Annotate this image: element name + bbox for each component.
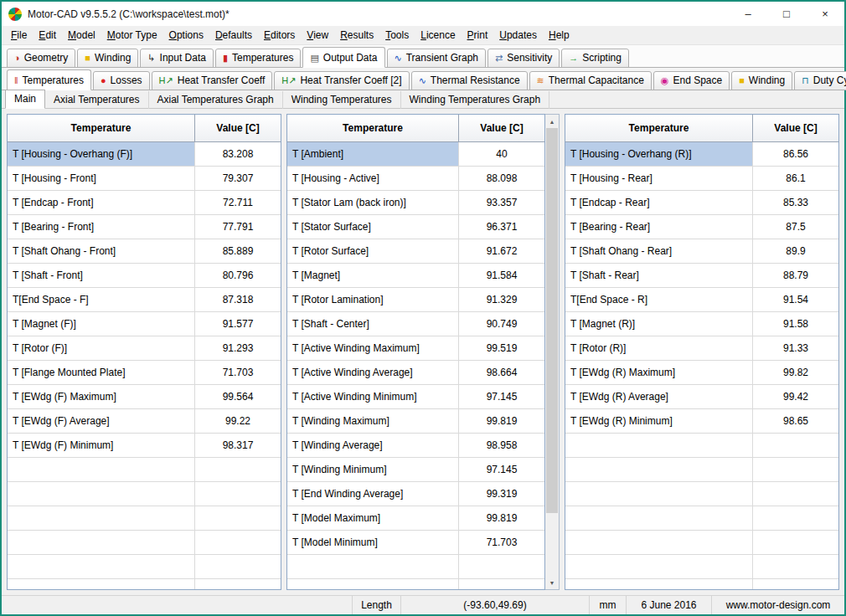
table-row[interactable]: T [EWdg (F) Maximum]99.564 xyxy=(8,385,281,409)
temperature-name-cell[interactable] xyxy=(565,482,753,506)
menu-motor-type[interactable]: Motor Type xyxy=(101,27,163,44)
temperature-name-cell[interactable]: T[End Space - F] xyxy=(8,288,195,311)
tab-transient-graph[interactable]: ∿Transient Graph xyxy=(387,49,486,68)
table-row[interactable]: T [Shaft - Front]80.796 xyxy=(8,264,281,288)
temperature-name-cell[interactable]: T [EWdg (F) Minimum] xyxy=(8,434,195,457)
temperature-name-cell[interactable]: T [Winding Maximum] xyxy=(287,409,459,433)
temperature-value-cell[interactable]: 91.584 xyxy=(459,264,544,287)
temperature-name-cell[interactable]: T [Shaft Ohang - Front] xyxy=(8,239,195,263)
table-row[interactable] xyxy=(8,579,281,589)
temperature-name-cell[interactable]: T [Rotor (R)] xyxy=(565,336,753,360)
temperature-value-cell[interactable] xyxy=(753,506,838,530)
temperature-name-cell[interactable]: T [Rotor Surface] xyxy=(287,239,459,263)
temperature-value-cell[interactable]: 98.958 xyxy=(459,434,544,457)
temperature-name-cell[interactable] xyxy=(8,458,195,481)
temperature-name-cell[interactable]: T [EWdg (F) Average] xyxy=(8,409,195,433)
menu-help[interactable]: Help xyxy=(543,27,575,44)
table-row[interactable] xyxy=(8,482,281,506)
temperature-name-cell[interactable]: T [Rotor Lamination] xyxy=(287,288,459,311)
temperature-value-cell[interactable]: 77.791 xyxy=(195,215,281,239)
viewtab-main[interactable]: Main xyxy=(5,90,45,109)
temperature-value-cell[interactable] xyxy=(195,579,281,589)
temperature-value-cell[interactable] xyxy=(195,531,281,554)
subtab-thermal-resistance[interactable]: ∿Thermal Resistance xyxy=(411,71,528,90)
temperature-value-cell[interactable]: 91.33 xyxy=(753,336,838,360)
menu-defaults[interactable]: Defaults xyxy=(209,27,258,44)
tab-input-data[interactable]: ↳Input Data xyxy=(140,49,214,68)
table-row[interactable]: T [Shaft - Center]90.749 xyxy=(287,312,544,336)
table-row[interactable]: T [Active Winding Minimum]97.145 xyxy=(287,385,544,409)
table-row[interactable]: T [Rotor (R)]91.33 xyxy=(565,336,838,361)
temperature-name-cell[interactable]: T [Magnet (R)] xyxy=(565,312,753,336)
temperature-name-cell[interactable]: T [Active Winding Maximum] xyxy=(287,336,459,360)
temperature-name-cell[interactable]: T [Housing - Rear] xyxy=(565,167,753,190)
table-row[interactable] xyxy=(287,579,544,589)
temperature-value-cell[interactable]: 96.371 xyxy=(459,215,544,239)
table-row[interactable]: T [Shaft Ohang - Front]85.889 xyxy=(8,239,281,264)
temperature-value-cell[interactable]: 86.56 xyxy=(753,142,838,166)
temperature-value-cell[interactable]: 80.796 xyxy=(195,264,281,287)
temperature-value-cell[interactable] xyxy=(195,506,281,530)
temperature-value-cell[interactable]: 83.208 xyxy=(195,142,281,166)
temperature-name-cell[interactable]: T [Winding Minimum] xyxy=(287,458,459,481)
table-row[interactable]: T [Winding Average]98.958 xyxy=(287,434,544,458)
temperature-name-cell[interactable]: T [Shaft - Front] xyxy=(8,264,195,287)
temperature-value-cell[interactable]: 98.664 xyxy=(459,361,544,384)
temperature-name-cell[interactable]: T [Active Winding Average] xyxy=(287,361,459,384)
temperature-value-cell[interactable]: 88.098 xyxy=(459,167,544,190)
table-row[interactable] xyxy=(565,434,838,458)
temperature-value-cell[interactable]: 93.357 xyxy=(459,191,544,214)
table-row[interactable] xyxy=(8,458,281,482)
scroll-up-button[interactable]: ▲ xyxy=(545,115,559,128)
temperature-value-cell[interactable]: 85.33 xyxy=(753,191,838,214)
temperature-name-cell[interactable] xyxy=(565,579,753,589)
table-row[interactable]: T [EWdg (F) Minimum]98.317 xyxy=(8,434,281,458)
temperature-name-cell[interactable] xyxy=(565,506,753,530)
temperature-name-cell[interactable] xyxy=(565,434,753,457)
table-row[interactable]: T [Winding Maximum]99.819 xyxy=(287,409,544,434)
temperature-name-cell[interactable]: T [Endcap - Front] xyxy=(8,191,195,214)
table-row[interactable]: T [Endcap - Rear]85.33 xyxy=(565,191,838,215)
table-row[interactable] xyxy=(565,482,838,506)
maximize-button[interactable]: □ xyxy=(767,2,806,26)
temperature-value-cell[interactable]: 71.703 xyxy=(195,361,281,384)
temperature-name-cell[interactable]: T [EWdg (R) Average] xyxy=(565,385,753,408)
temperature-value-cell[interactable]: 91.58 xyxy=(753,312,838,336)
temperature-value-cell[interactable] xyxy=(753,531,838,554)
temperature-name-cell[interactable] xyxy=(287,579,459,589)
table-row[interactable]: T [Rotor (F)]91.293 xyxy=(8,336,281,361)
temperature-value-cell[interactable] xyxy=(753,434,838,457)
temperature-value-cell[interactable]: 97.145 xyxy=(459,458,544,481)
table-row[interactable]: T [Stator Lam (back iron)]93.357 xyxy=(287,191,544,215)
table-row[interactable] xyxy=(8,531,281,555)
temperature-value-cell[interactable]: 98.65 xyxy=(753,409,838,433)
temperature-name-cell[interactable]: T [EWdg (R) Minimum] xyxy=(565,409,753,433)
temperature-value-cell[interactable]: 91.577 xyxy=(195,312,281,336)
table-row[interactable]: T [Magnet]91.584 xyxy=(287,264,544,288)
table-row[interactable]: T [EWdg (R) Maximum]99.82 xyxy=(565,361,838,385)
table-row[interactable]: T [EWdg (R) Minimum]98.65 xyxy=(565,409,838,434)
menu-results[interactable]: Results xyxy=(334,27,379,44)
menu-updates[interactable]: Updates xyxy=(493,27,543,44)
temperature-value-cell[interactable]: 91.293 xyxy=(195,336,281,360)
temperature-value-cell[interactable]: 99.564 xyxy=(195,385,281,408)
table-row[interactable]: T [Rotor Surface]91.672 xyxy=(287,239,544,264)
temperature-value-cell[interactable]: 40 xyxy=(459,142,544,166)
temperature-name-cell[interactable]: T [Shaft - Center] xyxy=(287,312,459,336)
table-row[interactable]: T [Ambient]40 xyxy=(287,142,544,167)
temperature-name-cell[interactable] xyxy=(565,555,753,578)
temperature-name-cell[interactable]: T [Model Minimum] xyxy=(287,531,459,554)
temperature-name-cell[interactable] xyxy=(8,579,195,589)
tab-geometry[interactable]: ◑Geometry xyxy=(7,49,75,68)
subtab-losses[interactable]: ●Losses xyxy=(93,71,150,90)
temperature-value-cell[interactable] xyxy=(459,579,544,589)
temperature-name-cell[interactable]: T [Model Maximum] xyxy=(287,506,459,530)
menu-model[interactable]: Model xyxy=(62,27,101,44)
temperature-value-cell[interactable]: 72.711 xyxy=(195,191,281,214)
viewtab-winding-temperatures[interactable]: Winding Temperatures xyxy=(283,91,401,109)
tab-winding[interactable]: ■Winding xyxy=(77,49,138,68)
temperature-value-cell[interactable]: 79.307 xyxy=(195,167,281,190)
menu-editors[interactable]: Editors xyxy=(258,27,301,44)
temperature-value-cell[interactable] xyxy=(753,458,838,481)
temperature-name-cell[interactable]: T [Stator Lam (back iron)] xyxy=(287,191,459,214)
